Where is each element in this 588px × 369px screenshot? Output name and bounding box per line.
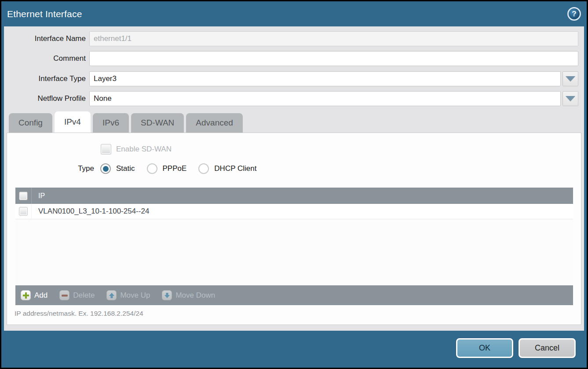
add-button[interactable]: Add (21, 290, 47, 300)
move-down-button-label: Move Down (175, 291, 215, 300)
plus-icon (21, 290, 31, 300)
comment-label: Comment (4, 54, 89, 63)
type-row: Type Static PPPoE DHCP Client (7, 163, 268, 174)
help-icon[interactable]: ? (567, 7, 581, 21)
netflow-profile-field-wrap (89, 91, 578, 106)
interface-type-row: Interface Type (4, 71, 578, 86)
enable-sdwan-label: Enable SD-WAN (116, 145, 172, 154)
interface-name-input (89, 31, 578, 46)
ok-button[interactable]: OK (456, 338, 513, 358)
ip-row-value: VLAN0100_L3_10-1-100-254--24 (32, 207, 149, 216)
chevron-down-icon (566, 76, 575, 81)
delete-button-label: Delete (73, 291, 95, 300)
table-row[interactable]: VLAN0100_L3_10-1-100-254--24 (15, 204, 573, 219)
arrow-down-icon (162, 290, 172, 300)
move-up-button: Move Up (106, 290, 150, 300)
minus-icon (59, 290, 69, 300)
ip-column-header: IP (32, 192, 45, 200)
interface-name-field-wrap (89, 31, 578, 46)
radio-pppoe-label: PPPoE (163, 164, 187, 173)
netflow-profile-input[interactable] (89, 91, 561, 106)
row-checkbox[interactable] (19, 207, 28, 216)
add-button-label: Add (34, 291, 47, 300)
ip-table-header: IP (15, 188, 573, 204)
interface-name-row: Interface Name (4, 31, 578, 46)
row-checkbox-cell (15, 204, 32, 219)
interface-type-field-wrap (89, 71, 578, 86)
cancel-button[interactable]: Cancel (519, 338, 576, 358)
arrow-up-icon (106, 290, 117, 300)
ip-table-toolbar: Add Delete Move Up (15, 285, 573, 305)
ip-table-empty-area (15, 219, 573, 285)
netflow-profile-dropdown-button[interactable] (562, 91, 578, 106)
radio-dhcp-client-control (198, 163, 209, 174)
dialog-body: Interface Name Comment Interface Type (4, 26, 584, 331)
select-all-cell (15, 188, 32, 204)
dialog-titlebar: Ethernet Interface ? (1, 1, 587, 26)
interface-type-label: Interface Type (4, 74, 89, 83)
tab-ipv6[interactable]: IPv6 (93, 113, 129, 133)
type-label: Type (7, 164, 94, 173)
tab-config[interactable]: Config (9, 113, 52, 133)
netflow-profile-label: Netflow Profile (4, 94, 89, 103)
move-up-button-label: Move Up (120, 291, 150, 300)
interface-name-label: Interface Name (4, 34, 89, 43)
comment-row: Comment (4, 51, 578, 66)
radio-dhcp-client-label: DHCP Client (214, 164, 256, 173)
enable-sdwan-checkbox (101, 144, 111, 155)
select-all-checkbox[interactable] (19, 192, 28, 200)
radio-pppoe[interactable]: PPPoE (147, 163, 187, 174)
ipv4-panel: Enable SD-WAN Type Static PPPoE (7, 133, 581, 325)
ip-format-hint: IP address/netmask. Ex. 192.168.2.254/24 (15, 310, 143, 317)
radio-selected-dot (103, 166, 109, 172)
move-down-button: Move Down (162, 290, 215, 300)
tab-sdwan[interactable]: SD-WAN (131, 113, 184, 133)
dialog-footer: OK Cancel (1, 331, 587, 368)
radio-pppoe-control (147, 163, 157, 174)
dialog-title: Ethernet Interface (1, 9, 82, 19)
tab-advanced[interactable]: Advanced (186, 113, 243, 133)
radio-static-control (100, 163, 111, 174)
tab-ipv4[interactable]: IPv4 (55, 111, 91, 133)
comment-field-wrap (89, 51, 578, 66)
interface-type-input[interactable] (89, 71, 561, 86)
help-icon-glyph: ? (572, 10, 576, 18)
ip-table: IP VLAN0100_L3_10-1-100-254--24 (15, 188, 573, 305)
ethernet-interface-dialog: Ethernet Interface ? Interface Name Comm… (0, 0, 588, 369)
comment-input[interactable] (89, 51, 578, 66)
interface-type-dropdown-button[interactable] (562, 71, 578, 86)
tab-bar: Config IPv4 IPv6 SD-WAN Advanced (9, 111, 243, 133)
radio-static[interactable]: Static (100, 163, 135, 174)
netflow-profile-row: Netflow Profile (4, 91, 578, 106)
delete-button: Delete (59, 290, 95, 300)
radio-static-label: Static (116, 164, 135, 173)
chevron-down-icon (566, 96, 575, 101)
radio-dhcp-client[interactable]: DHCP Client (198, 163, 256, 174)
enable-sdwan-row: Enable SD-WAN (101, 144, 172, 155)
dialog-frame: Ethernet Interface ? Interface Name Comm… (1, 1, 587, 368)
